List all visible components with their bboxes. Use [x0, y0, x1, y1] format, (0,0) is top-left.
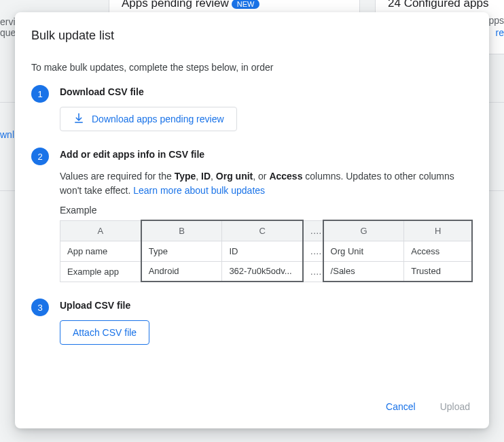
- learn-more-link[interactable]: Learn more about bulk updates: [133, 185, 265, 196]
- step-1-number: 1: [31, 85, 49, 103]
- col-letter: G: [323, 220, 404, 241]
- download-csv-label: Download apps pending review: [92, 114, 224, 124]
- data-cell: 362-7u0k5odv...: [222, 261, 303, 282]
- data-cell: /Sales: [323, 261, 404, 282]
- bg-frag-link: re: [496, 27, 504, 38]
- step-1: 1 Download CSV file Download apps pendin…: [31, 86, 473, 131]
- step-3: 3 Upload CSV file Attach CSV file: [31, 300, 473, 345]
- download-icon: [73, 112, 85, 126]
- example-table: A B C ... G H App name Type ID ... Org U…: [60, 220, 473, 282]
- attach-csv-button[interactable]: Attach CSV file: [60, 320, 149, 345]
- data-cell: Trusted: [404, 261, 472, 282]
- header-cell: Type: [141, 241, 222, 261]
- bg-card1-title: Apps pending review: [122, 0, 229, 10]
- step-3-number: 3: [31, 299, 49, 316]
- step-1-title: Download CSV file: [60, 86, 473, 97]
- col-letter: B: [141, 220, 222, 241]
- bg-link-left: wnl: [0, 129, 14, 140]
- header-cell: App name: [60, 241, 141, 261]
- bg-card2-title: 24 Configured apps: [376, 0, 504, 10]
- step-2-title: Add or edit apps info in CSV file: [60, 149, 473, 160]
- download-csv-button[interactable]: Download apps pending review: [60, 107, 237, 131]
- col-ellipsis: ...: [303, 220, 323, 241]
- step-2-number: 2: [31, 148, 49, 165]
- header-cell: Org Unit: [323, 241, 404, 261]
- cancel-button[interactable]: Cancel: [383, 396, 418, 418]
- header-cell: Access: [404, 241, 472, 261]
- attach-csv-label: Attach CSV file: [73, 327, 137, 338]
- dialog-subtitle: To make bulk updates, complete the steps…: [31, 62, 473, 73]
- data-cell: Example app: [60, 261, 141, 282]
- data-cell: Android: [141, 261, 222, 282]
- bg-new-badge: NEW: [232, 0, 260, 9]
- step-2: 2 Add or edit apps info in CSV file Valu…: [31, 149, 473, 282]
- header-ellipsis: ...: [303, 241, 323, 261]
- example-label: Example: [60, 205, 473, 216]
- data-ellipsis: ...: [303, 261, 323, 282]
- col-letter: H: [404, 220, 472, 241]
- dialog-title: Bulk update list: [31, 29, 473, 43]
- step-2-description: Values are required for the Type, ID, Or…: [60, 169, 473, 198]
- col-letter: C: [222, 220, 303, 241]
- col-letter: A: [60, 220, 141, 241]
- bulk-update-dialog: Bulk update list To make bulk updates, c…: [15, 12, 489, 428]
- bg-frag-left2: que: [0, 27, 16, 38]
- step-3-title: Upload CSV file: [60, 300, 473, 311]
- upload-button[interactable]: Upload: [437, 396, 473, 418]
- header-cell: ID: [222, 241, 303, 261]
- dialog-actions: Cancel Upload: [31, 388, 473, 418]
